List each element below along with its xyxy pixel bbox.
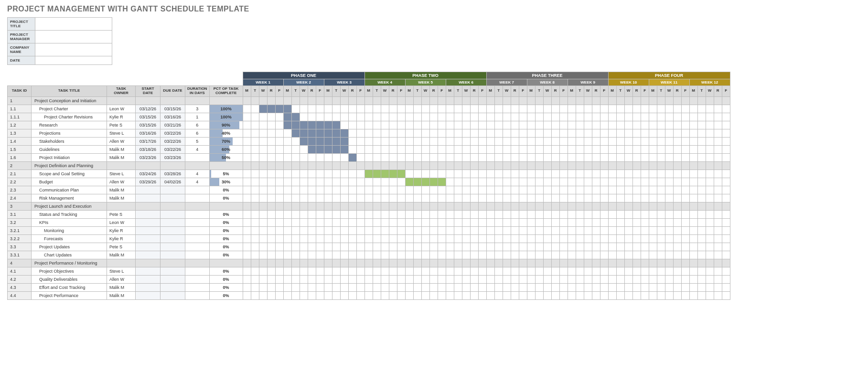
gantt-cell — [348, 186, 356, 194]
gantt-cell — [649, 275, 657, 283]
gantt-cell — [389, 243, 397, 251]
gantt-cell — [527, 137, 535, 145]
gantt-cell — [332, 234, 340, 243]
gantt-cell — [300, 259, 308, 267]
gantt-cell — [543, 210, 551, 218]
gantt-cell — [624, 105, 632, 113]
gantt-cell — [641, 202, 649, 210]
gantt-cell — [373, 283, 381, 291]
gantt-cell — [657, 251, 665, 259]
gantt-cell — [405, 145, 413, 153]
meta-value[interactable] — [35, 43, 112, 56]
gantt-cell — [551, 202, 559, 210]
gantt-cell — [429, 283, 438, 291]
gantt-cell — [543, 291, 551, 299]
gantt-cell — [519, 153, 527, 161]
gantt-cell — [454, 283, 462, 291]
gantt-cell — [421, 202, 429, 210]
gantt-cell — [657, 275, 665, 283]
week-header: WEEK 12 — [689, 79, 730, 86]
gantt-cell — [608, 105, 616, 113]
gantt-cell — [584, 170, 592, 178]
meta-value[interactable] — [35, 56, 112, 65]
gantt-cell — [308, 178, 316, 186]
gantt-cell — [275, 121, 283, 129]
pct-complete: 40% — [209, 129, 243, 137]
meta-value[interactable] — [35, 18, 112, 31]
gantt-cell — [689, 105, 697, 113]
gantt-cell — [600, 129, 608, 137]
gantt-cell — [697, 202, 706, 210]
pct-complete: 60% — [209, 145, 243, 153]
gantt-cell — [706, 210, 714, 218]
gantt-cell — [316, 267, 324, 275]
day-letter: W — [503, 86, 511, 97]
gantt-cell — [632, 121, 641, 129]
gantt-cell — [413, 275, 421, 283]
gantt-cell — [624, 243, 632, 251]
gantt-cell — [616, 153, 624, 161]
gantt-cell — [381, 121, 389, 129]
due-date — [161, 202, 185, 210]
gantt-cell — [600, 259, 608, 267]
gantt-cell — [478, 121, 486, 129]
gantt-cell — [608, 251, 616, 259]
gantt-cell — [446, 194, 454, 202]
gantt-cell — [559, 226, 568, 234]
task-id: 4.1 — [8, 267, 32, 275]
gantt-cell — [576, 194, 584, 202]
gantt-cell — [462, 194, 470, 202]
gantt-cell — [527, 113, 535, 121]
gantt-cell — [511, 161, 519, 170]
gantt-cell — [494, 153, 503, 161]
gantt-cell — [397, 234, 405, 243]
gantt-cell — [551, 186, 559, 194]
gantt-cell — [576, 129, 584, 137]
gantt-cell — [641, 218, 649, 226]
gantt-cell — [519, 129, 527, 137]
gantt-cell — [308, 170, 316, 178]
gantt-cell — [535, 96, 543, 105]
gantt-cell — [559, 121, 568, 129]
day-letter: T — [373, 86, 381, 97]
gantt-cell — [641, 96, 649, 105]
gantt-cell — [300, 113, 308, 121]
pct-complete: 0% — [209, 226, 243, 234]
gantt-cell — [511, 170, 519, 178]
gantt-cell — [267, 145, 275, 153]
task-id: 1.1 — [8, 105, 32, 113]
gantt-cell — [332, 210, 340, 218]
gantt-cell — [559, 105, 568, 113]
gantt-cell — [649, 153, 657, 161]
gantt-cell — [364, 194, 373, 202]
gantt-cell — [584, 121, 592, 129]
gantt-cell — [600, 170, 608, 178]
gantt-cell — [592, 170, 600, 178]
gantt-cell — [413, 291, 421, 299]
gantt-cell — [616, 186, 624, 194]
gantt-cell — [421, 178, 429, 186]
task-owner — [107, 161, 136, 170]
gantt-cell — [243, 170, 251, 178]
gantt-cell — [551, 234, 559, 243]
gantt-cell — [673, 153, 681, 161]
gantt-cell — [689, 96, 697, 105]
gantt-cell — [486, 218, 494, 226]
gantt-cell — [446, 137, 454, 145]
gantt-cell — [283, 194, 291, 202]
gantt-cell — [405, 275, 413, 283]
gantt-cell — [632, 218, 641, 226]
gantt-cell — [454, 137, 462, 145]
meta-value[interactable] — [35, 31, 112, 43]
gantt-cell — [519, 251, 527, 259]
gantt-cell — [291, 121, 300, 129]
gantt-cell — [478, 210, 486, 218]
due-date: 03/16/26 — [161, 113, 185, 121]
task-title: Quality Deliverables — [32, 275, 107, 283]
gantt-cell — [519, 283, 527, 291]
gantt-cell — [568, 113, 576, 121]
gantt-cell — [291, 234, 300, 243]
gantt-cell — [405, 96, 413, 105]
gantt-cell — [243, 145, 251, 153]
gantt-cell — [665, 178, 673, 186]
